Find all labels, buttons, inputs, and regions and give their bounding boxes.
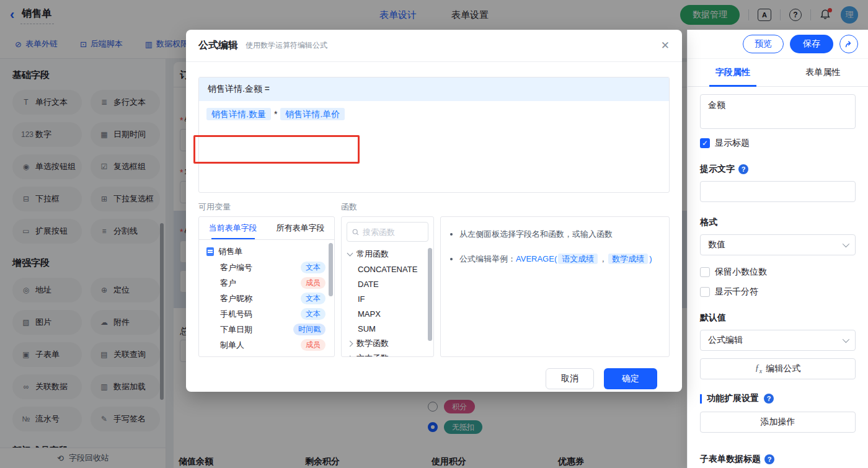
function-item[interactable]: 常用函数 — [342, 247, 433, 262]
function-search-input[interactable] — [363, 227, 423, 237]
help-circle-icon[interactable]: ? — [764, 454, 774, 464]
tab-field-properties[interactable]: 字段属性 — [688, 59, 778, 86]
variable-row[interactable]: 制单人 成员 — [206, 337, 334, 353]
field-title-input[interactable]: 金额 — [700, 94, 856, 129]
format-label: 格式 — [700, 217, 856, 228]
share-button[interactable] — [839, 35, 858, 53]
add-action-button[interactable]: 添加操作 — [700, 412, 856, 433]
modal-body: 销售详情.金额 = 销售详情.数量*销售详情.单价 可用变量 函数 当前表单字段… — [186, 62, 682, 389]
default-value-label: 默认值 — [700, 312, 856, 324]
hint-panel: 从左侧面板选择字段名和函数，或输入函数 公式编辑举例：AVERAGE(语文成绩，… — [440, 216, 670, 357]
checkbox-unchecked[interactable] — [700, 287, 710, 297]
hint-text-label: 提示文字 ? — [700, 164, 856, 175]
function-search[interactable] — [347, 222, 428, 242]
default-value: 公式编辑 — [708, 335, 743, 346]
hint-line-1: 从左侧面板选择字段名和函数，或输入函数 — [459, 227, 663, 242]
thousand-separator-row[interactable]: 显示千分符 — [700, 286, 856, 298]
variable-row[interactable]: 客户昵称 文本 — [206, 291, 334, 306]
search-icon — [352, 228, 359, 236]
variable-type-badge: 文本 — [301, 308, 326, 320]
variables-tabs: 当前表单字段 所有表单字段 — [199, 217, 334, 240]
variable-row[interactable]: 手机号码 文本 — [206, 306, 334, 322]
variable-row[interactable]: 客户 成员 — [206, 275, 334, 291]
help-circle-icon[interactable]: ? — [764, 394, 774, 404]
edit-formula-label: 编辑公式 — [766, 363, 800, 374]
drawer-content: 金额 ✓ 显示标题 提示文字 ? 格式 数值 保留小数位数 显示千分符 — [688, 87, 868, 468]
panel-labels: 可用变量 函数 — [198, 201, 670, 213]
variable-name: 客户编号 — [220, 262, 301, 273]
variable-row[interactable]: 下单日期 时间戳 — [206, 322, 334, 337]
variable-name: 手机号码 — [220, 309, 301, 320]
formula-operator: * — [274, 109, 277, 119]
modal-footer: 取消 确定 — [198, 357, 670, 389]
variable-type-badge: 成员 — [301, 339, 326, 351]
tab-current-form-fields[interactable]: 当前表单字段 — [199, 217, 267, 239]
formula-edit-modal: 公式编辑 使用数学运算符编辑公式 ✕ 销售详情.金额 = 销售详情.数量*销售详… — [186, 30, 682, 392]
subform-data-title-label: 子表单数据标题 ? — [700, 454, 856, 465]
drawer-tabs: 字段属性 表单属性 — [688, 59, 868, 87]
formula-token-quantity[interactable]: 销售详情.数量 — [206, 108, 271, 120]
function-item[interactable]: 数学函数 — [342, 336, 433, 351]
variable-type-badge: 时间戳 — [293, 324, 326, 335]
chevron-down-icon — [843, 241, 849, 247]
tree-root-form[interactable]: 销售单 — [206, 244, 334, 260]
extension-settings-label: 功能扩展设置 — [707, 393, 759, 404]
modal-header: 公式编辑 使用数学运算符编辑公式 ✕ — [186, 30, 682, 62]
checkbox-checked-icon[interactable]: ✓ — [700, 138, 710, 148]
preview-button[interactable]: 预览 — [743, 35, 784, 53]
function-list: 常用函数 CONCATENATE DATE IF MAPX SUM 数学函数 — [342, 247, 433, 357]
hint-text-input[interactable] — [700, 181, 856, 202]
modal-title: 公式编辑 — [198, 39, 238, 52]
hint-arg-chip: 语文成绩 — [558, 254, 598, 264]
function-item[interactable]: MAPX — [342, 306, 433, 321]
default-value-select[interactable]: 公式编辑 — [700, 330, 856, 351]
close-icon[interactable]: ✕ — [661, 39, 670, 52]
edit-formula-button[interactable]: ƒx 编辑公式 — [700, 358, 856, 379]
thousand-separator-label: 显示千分符 — [715, 286, 758, 298]
fx-icon: ƒx — [755, 363, 762, 374]
add-action-label: 添加操作 — [761, 417, 795, 428]
variable-row[interactable]: 客户编号 文本 — [206, 260, 334, 275]
function-item[interactable]: IF — [342, 291, 433, 306]
function-item[interactable]: DATE — [342, 276, 433, 291]
function-item[interactable]: 文本函数 — [342, 351, 433, 357]
variable-name: 制单人 — [220, 340, 301, 351]
tab-all-form-fields[interactable]: 所有表单字段 — [267, 217, 334, 239]
hint-arg-chip: 数学成绩 — [608, 254, 648, 264]
variable-rows: 客户编号 文本 客户 成员 客户昵称 — [206, 260, 334, 353]
format-select[interactable]: 数值 — [700, 234, 856, 255]
help-circle-icon[interactable]: ? — [738, 164, 748, 174]
hint-line-2: 公式编辑举例：AVERAGE(语文成绩，数学成绩) — [459, 252, 663, 267]
drawer-actions: 预览 保存 — [688, 30, 868, 59]
hint-list: 从左侧面板选择字段名和函数，或输入函数 公式编辑举例：AVERAGE(语文成绩，… — [441, 217, 669, 267]
checkbox-unchecked[interactable] — [700, 267, 710, 277]
save-button[interactable]: 保存 — [790, 35, 833, 53]
formula-expression-area[interactable]: 销售详情.数量*销售详情.单价 — [199, 101, 669, 192]
function-item[interactable]: CONCATENATE — [342, 262, 433, 276]
show-title-row[interactable]: ✓ 显示标题 — [700, 138, 856, 149]
variables-scrollbar[interactable] — [329, 243, 333, 296]
app-root: ‹ 销售单 表单设计 表单设置 数据管理 A ? 理 ⊘ 表单外链 — [0, 0, 868, 468]
variables-panel: 当前表单字段 所有表单字段 销售单 客户编号 — [198, 216, 335, 357]
variable-name: 下单日期 — [220, 324, 293, 335]
confirm-button[interactable]: 确定 — [604, 368, 657, 389]
variable-name: 客户 — [220, 278, 301, 289]
modal-subtitle: 使用数学运算符编辑公式 — [246, 40, 327, 51]
function-item[interactable]: SUM — [342, 321, 433, 336]
variables-tree: 销售单 客户编号 文本 客户 — [199, 240, 334, 353]
functions-label: 函数 — [341, 201, 357, 213]
hint-function-name: AVERAGE( — [516, 254, 557, 263]
formula-token-price[interactable]: 销售详情.单价 — [280, 108, 345, 120]
formula-editor: 销售详情.金额 = 销售详情.数量*销售详情.单价 — [198, 77, 670, 193]
keep-decimal-label: 保留小数位数 — [715, 267, 767, 278]
tab-form-properties[interactable]: 表单属性 — [778, 59, 868, 86]
functions-scrollbar[interactable] — [428, 248, 432, 341]
format-value: 数值 — [708, 239, 725, 250]
form-doc-icon — [206, 247, 214, 256]
cancel-button[interactable]: 取消 — [546, 368, 594, 389]
extension-settings-header: 功能扩展设置 ? — [700, 393, 856, 404]
show-title-label: 显示标题 — [715, 138, 750, 149]
keep-decimal-row[interactable]: 保留小数位数 — [700, 267, 856, 278]
properties-drawer: 预览 保存 字段属性 表单属性 金额 ✓ 显示标题 提示文字 ? 格式 数值 — [687, 30, 868, 468]
variable-type-badge: 文本 — [301, 262, 326, 273]
